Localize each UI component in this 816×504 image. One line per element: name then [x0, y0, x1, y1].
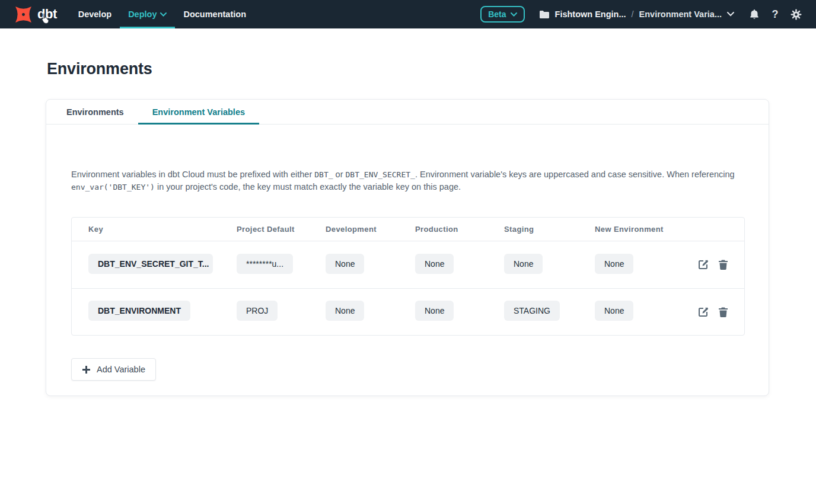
delete-variable-button[interactable] [718, 306, 729, 318]
column-header-new-environment: New Environment [595, 225, 686, 234]
code-dbt-env-secret-prefix: DBT_ENV_SECRET_ [346, 170, 415, 179]
dbt-wordmark: dbt [37, 7, 57, 22]
settings-button[interactable] [790, 8, 802, 20]
add-variable-button[interactable]: Add Variable [71, 358, 156, 381]
project-default-cell: PROJ [237, 301, 278, 321]
navbar-icons: ? [748, 8, 802, 20]
dbt-logo-icon [14, 5, 33, 24]
column-header-development: Development [326, 225, 415, 234]
table-header-row: Key Project Default Development Producti… [72, 218, 744, 241]
environment-variables-table: Key Project Default Development Producti… [71, 217, 745, 336]
tab-label: Environments [66, 107, 124, 117]
development-cell: None [326, 301, 364, 321]
nav-label: Develop [78, 9, 111, 19]
column-header-project-default: Project Default [237, 225, 326, 234]
delete-variable-button[interactable] [718, 259, 729, 271]
question-mark-icon: ? [772, 8, 779, 21]
table-row: DBT_ENV_SECRET_GIT_T... ********u... Non… [72, 241, 744, 288]
tab-environments[interactable]: Environments [52, 100, 138, 124]
breadcrumb-separator: / [632, 9, 634, 19]
nav-label: Deploy [128, 9, 157, 19]
add-variable-label: Add Variable [97, 365, 145, 374]
chevron-down-icon [160, 12, 167, 17]
plus-icon [82, 365, 91, 374]
nav-item-deploy[interactable]: Deploy [120, 0, 175, 28]
tab-environment-variables[interactable]: Environment Variables [138, 100, 259, 124]
tab-label: Environment Variables [152, 107, 245, 117]
nav-item-documentation[interactable]: Documentation [175, 0, 254, 28]
column-header-key: Key [88, 225, 237, 234]
page-title: Environments [47, 60, 816, 78]
variable-key-cell: DBT_ENVIRONMENT [88, 301, 190, 321]
breadcrumb-project[interactable]: Fishtown Engin... [539, 9, 626, 19]
env-var-description: Environment variables in dbt Cloud must … [71, 168, 744, 193]
development-cell: None [326, 254, 364, 274]
code-dbt-prefix: DBT_ [314, 170, 333, 179]
nav-item-develop[interactable]: Develop [70, 0, 120, 28]
primary-nav: Develop Deploy Documentation [70, 0, 254, 28]
project-default-cell: ********u... [237, 254, 293, 274]
dbt-logo[interactable]: dbt [14, 5, 57, 24]
staging-cell: STAGING [504, 301, 560, 321]
breadcrumb-page-selector[interactable]: Environment Varia... [639, 9, 734, 19]
chevron-down-icon [727, 12, 734, 17]
description-text: . Environment variable's keys are upperc… [415, 170, 735, 179]
beta-dropdown[interactable]: Beta [480, 6, 524, 23]
active-nav-underline [120, 27, 175, 28]
staging-cell: None [504, 254, 543, 274]
top-navbar: dbt Develop Deploy Documentation Beta [0, 0, 816, 28]
bell-icon [749, 9, 760, 20]
table-row: DBT_ENVIRONMENT PROJ None None STAGING N… [72, 288, 744, 335]
beta-label: Beta [488, 9, 506, 19]
folder-icon [539, 10, 550, 19]
description-text: in your project's code, the key must mat… [155, 182, 461, 192]
breadcrumb-project-label: Fishtown Engin... [555, 9, 626, 19]
code-env-var-example: env_var('DBT_KEY') [71, 183, 155, 192]
variable-key-cell: DBT_ENV_SECRET_GIT_T... [88, 254, 213, 274]
production-cell: None [415, 254, 454, 274]
breadcrumb: Fishtown Engin... / Environment Varia... [539, 9, 734, 19]
gear-icon [791, 9, 802, 20]
description-text: or [333, 170, 346, 179]
environments-card: Environments Environment Variables Envir… [46, 99, 769, 396]
new-environment-cell: None [595, 301, 633, 321]
edit-variable-button[interactable] [697, 306, 709, 318]
notifications-button[interactable] [748, 8, 760, 20]
edit-variable-button[interactable] [697, 259, 709, 271]
chevron-down-icon [511, 12, 517, 17]
help-button[interactable]: ? [769, 8, 781, 20]
nav-label: Documentation [183, 9, 246, 19]
description-text: Environment variables in dbt Cloud must … [71, 170, 314, 179]
column-header-production: Production [415, 225, 504, 234]
production-cell: None [415, 301, 454, 321]
breadcrumb-page-label: Environment Varia... [639, 9, 722, 19]
new-environment-cell: None [595, 254, 633, 274]
tabbar: Environments Environment Variables [46, 100, 769, 125]
column-header-staging: Staging [504, 225, 595, 234]
